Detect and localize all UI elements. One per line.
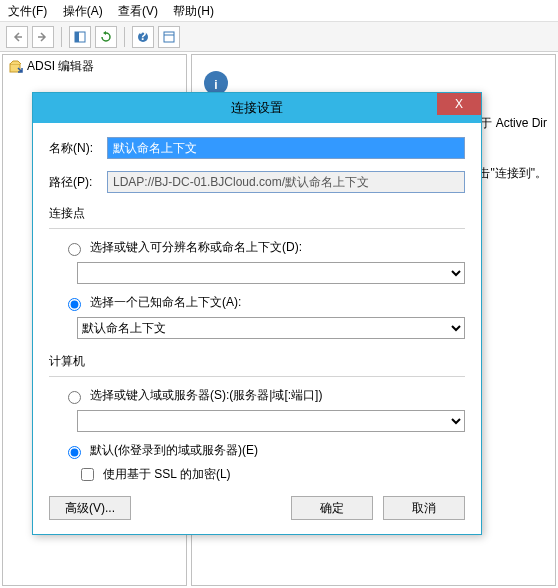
sidebar-root-item[interactable]: ADSI 编辑器 — [3, 55, 186, 78]
close-button[interactable]: X — [437, 93, 481, 115]
computer-group: 计算机 — [49, 353, 465, 370]
divider — [49, 376, 465, 377]
divider — [49, 228, 465, 229]
path-label: 路径(P): — [49, 174, 107, 191]
advanced-button[interactable]: 高级(V)... — [49, 496, 131, 520]
menu-help[interactable]: 帮助(H) — [173, 4, 214, 18]
name-input[interactable] — [107, 137, 465, 159]
toolbar-separator — [124, 27, 125, 47]
path-input — [107, 171, 465, 193]
svg-text:i: i — [214, 78, 217, 92]
close-icon: X — [455, 97, 463, 111]
dialog-titlebar[interactable]: 连接设置 X — [33, 93, 481, 123]
dialog-body: 名称(N): 路径(P): 连接点 选择或键入可分辨名称或命名上下文(D): 选… — [33, 123, 481, 534]
server-combobox[interactable] — [77, 410, 465, 432]
menu-bar: 文件(F) 操作(A) 查看(V) 帮助(H) — [0, 0, 558, 22]
radio-default[interactable] — [68, 446, 81, 459]
connection-settings-dialog: 连接设置 X 名称(N): 路径(P): 连接点 选择或键入可分辨名称或命名上下… — [32, 92, 482, 535]
radio-known-row[interactable]: 选择一个已知命名上下文(A): — [63, 294, 465, 311]
menu-view[interactable]: 查看(V) — [118, 4, 158, 18]
sidebar-root-label: ADSI 编辑器 — [27, 58, 94, 75]
connection-point-group: 连接点 — [49, 205, 465, 222]
radio-dn-label: 选择或键入可分辨名称或命名上下文(D): — [90, 239, 302, 256]
refresh-button[interactable] — [95, 26, 117, 48]
nav-back-button[interactable] — [6, 26, 28, 48]
toolbar: ? — [0, 22, 558, 52]
radio-default-label: 默认(你登录到的域或服务器)(E) — [90, 442, 258, 459]
radio-dn-row[interactable]: 选择或键入可分辨名称或命名上下文(D): — [63, 239, 465, 256]
known-context-combobox[interactable]: 默认命名上下文 — [77, 317, 465, 339]
ssl-checkbox[interactable] — [81, 468, 94, 481]
adsi-editor-icon — [9, 60, 23, 74]
svg-text:?: ? — [139, 31, 146, 43]
svg-rect-4 — [164, 32, 174, 42]
menu-action[interactable]: 操作(A) — [63, 4, 103, 18]
radio-server-label: 选择或键入域或服务器(S):(服务器|域[:端口]) — [90, 387, 322, 404]
show-pane-button[interactable] — [69, 26, 91, 48]
dialog-footer: 高级(V)... 确定 取消 — [49, 484, 465, 522]
svg-rect-1 — [75, 32, 79, 42]
toolbar-separator — [61, 27, 62, 47]
ssl-checkbox-label: 使用基于 SSL 的加密(L) — [103, 466, 231, 483]
nav-forward-button[interactable] — [32, 26, 54, 48]
menu-file[interactable]: 文件(F) — [8, 4, 47, 18]
radio-server[interactable] — [68, 391, 81, 404]
cancel-button[interactable]: 取消 — [383, 496, 465, 520]
help-button[interactable]: ? — [132, 26, 154, 48]
dialog-title: 连接设置 — [231, 99, 283, 117]
properties-button[interactable] — [158, 26, 180, 48]
radio-known-label: 选择一个已知命名上下文(A): — [90, 294, 241, 311]
ok-button[interactable]: 确定 — [291, 496, 373, 520]
radio-dn[interactable] — [68, 243, 81, 256]
name-label: 名称(N): — [49, 140, 107, 157]
radio-default-row[interactable]: 默认(你登录到的域或服务器)(E) — [63, 442, 465, 459]
radio-server-row[interactable]: 选择或键入域或服务器(S):(服务器|域[:端口]) — [63, 387, 465, 404]
radio-known[interactable] — [68, 298, 81, 311]
ssl-checkbox-row[interactable]: 使用基于 SSL 的加密(L) — [77, 465, 465, 484]
dn-combobox[interactable] — [77, 262, 465, 284]
